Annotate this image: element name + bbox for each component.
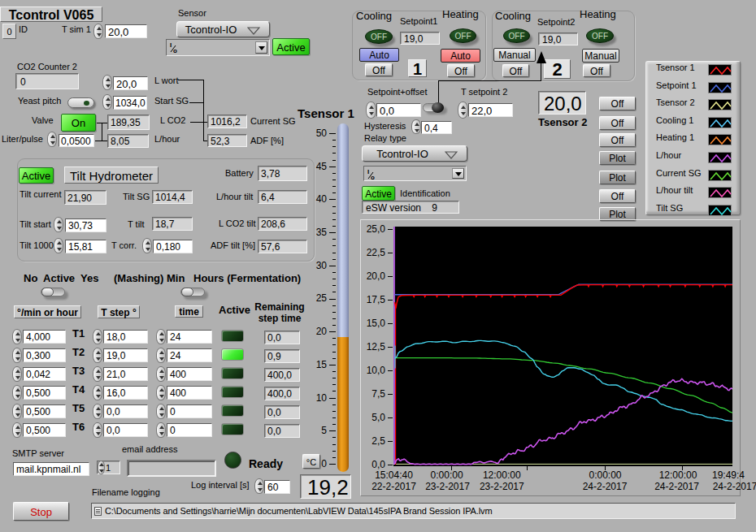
svg-text:I: I [170, 41, 172, 49]
svg-text:I: I [367, 168, 369, 175]
svg-text:o: o [173, 47, 177, 54]
svg-text:o: o [371, 174, 375, 181]
